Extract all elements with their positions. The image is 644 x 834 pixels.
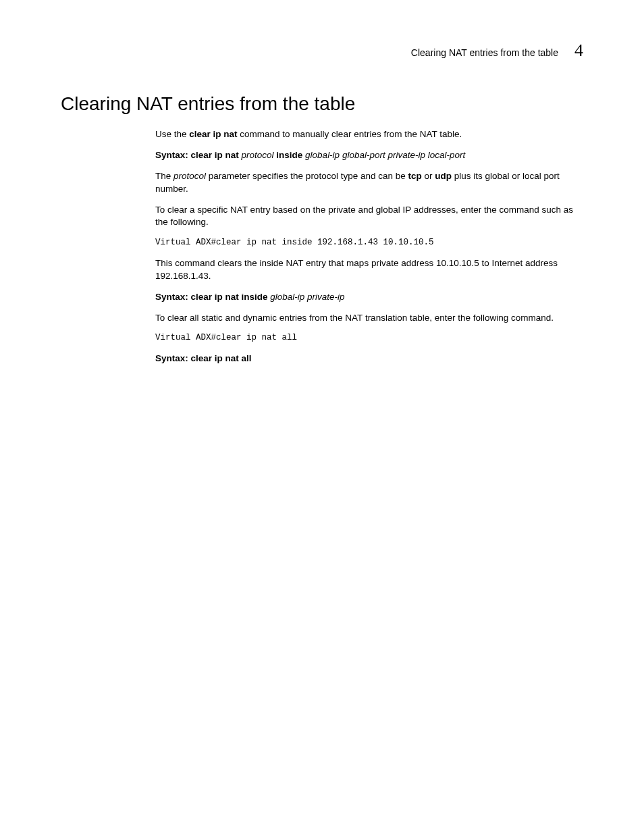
paragraph-intro: Use the clear ip nat command to manually… bbox=[155, 128, 583, 141]
syntax-line-3: Syntax: clear ip nat all bbox=[155, 353, 583, 365]
syntax-param: global-ip global-port private-ip local-p… bbox=[305, 150, 465, 160]
text: The bbox=[155, 171, 173, 181]
code-example-2: Virtual ADX#clear ip nat all bbox=[155, 332, 583, 344]
keyword: udp bbox=[435, 171, 452, 181]
text: or bbox=[422, 171, 435, 181]
syntax-label: Syntax: clear ip nat inside bbox=[155, 292, 270, 302]
content-block: Use the clear ip nat command to manually… bbox=[155, 128, 583, 365]
syntax-param: protocol bbox=[242, 150, 274, 160]
text: parameter specifies the protocol type an… bbox=[206, 171, 408, 181]
text: Use the bbox=[155, 129, 189, 139]
text: command to manually clear entries from t… bbox=[238, 129, 462, 139]
page-container: Clearing NAT entries from the table 4 Cl… bbox=[0, 0, 644, 365]
paragraph-protocol: The protocol parameter specifies the pro… bbox=[155, 170, 583, 196]
paragraph-explanation: This command clears the inside NAT entry… bbox=[155, 257, 583, 283]
param-name: protocol bbox=[173, 171, 206, 181]
syntax-label: Syntax: clear ip nat bbox=[155, 150, 242, 160]
paragraph-clear-specific: To clear a specific NAT entry based on t… bbox=[155, 204, 583, 230]
syntax-param: global-ip private-ip bbox=[270, 292, 344, 302]
syntax-line-2: Syntax: clear ip nat inside global-ip pr… bbox=[155, 291, 583, 304]
code-example-1: Virtual ADX#clear ip nat inside 192.168.… bbox=[155, 237, 583, 249]
page-header: Clearing NAT entries from the table 4 bbox=[61, 41, 583, 61]
chapter-number: 4 bbox=[574, 41, 583, 61]
command-name: clear ip nat bbox=[189, 129, 237, 139]
section-heading: Clearing NAT entries from the table bbox=[61, 93, 583, 115]
paragraph-clear-all: To clear all static and dynamic entries … bbox=[155, 312, 583, 325]
keyword: tcp bbox=[408, 171, 421, 181]
syntax-line-1: Syntax: clear ip nat protocol inside glo… bbox=[155, 149, 583, 162]
syntax-keyword: inside bbox=[274, 150, 306, 160]
header-title: Clearing NAT entries from the table bbox=[411, 47, 558, 58]
